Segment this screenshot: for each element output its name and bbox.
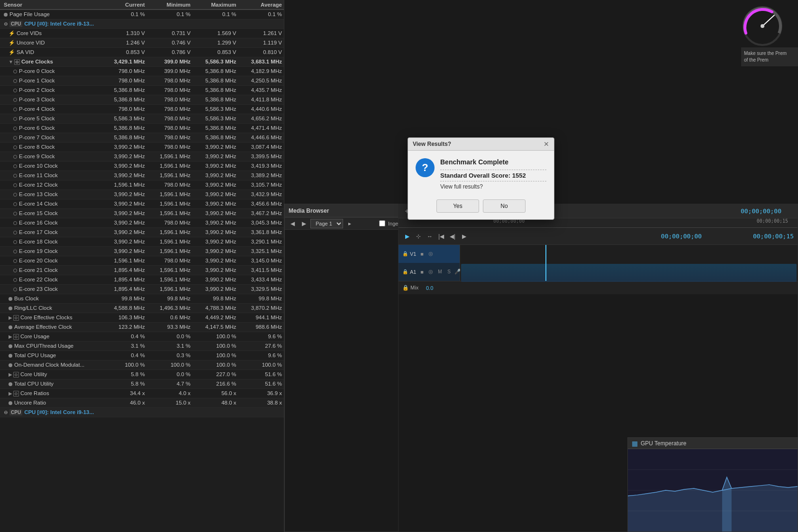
- value-max: 5,586.3 MHz: [192, 104, 238, 114]
- tl-play-btn[interactable]: ▶: [459, 232, 469, 241]
- a1-mute-btn[interactable]: M: [436, 268, 444, 276]
- modal-content-row: ? Benchmark Complete Standard Overall Sc…: [416, 158, 546, 190]
- value-avg: 3,329.5 MHz: [238, 284, 284, 294]
- value-current: 798.0 MHz: [101, 104, 146, 114]
- value-min: 798.0 MHz: [147, 218, 192, 227]
- value-current: 3,990.2 MHz: [101, 199, 146, 208]
- modal-close-btn[interactable]: ✕: [544, 141, 549, 147]
- value-min: 1,596.1 MHz: [147, 265, 192, 275]
- tl-slip-btn[interactable]: ↔: [425, 232, 435, 241]
- value-min: 93.3 MHz: [147, 322, 192, 332]
- media-browser-header: Media Browser ≡ »: [285, 204, 417, 217]
- timecode-left: 00;00;00;00: [741, 207, 781, 215]
- value-min: 1,596.1 MHz: [147, 171, 192, 180]
- table-row: Max CPU/Thread Usage3.1 %3.1 %100.0 %27.…: [0, 341, 284, 351]
- value-max: 3,990.2 MHz: [192, 275, 238, 284]
- forward-btn[interactable]: ▶: [299, 219, 308, 228]
- lock-icon-a1[interactable]: 🔒: [402, 269, 408, 274]
- modal-yes-btn[interactable]: Yes: [436, 199, 479, 213]
- modal-no-btn[interactable]: No: [483, 199, 526, 213]
- v1-visibility-btn[interactable]: ■: [418, 250, 426, 258]
- value-current: 3.1 %: [101, 341, 146, 351]
- value-max: 3,990.2 MHz: [192, 218, 238, 227]
- mix-row: 🔒 Mix 0.0: [399, 281, 798, 294]
- gpu-panel-title: GPU Temperature: [641, 440, 687, 447]
- v1-sync-btn[interactable]: ◎: [427, 250, 435, 258]
- value-min: 798.0 MHz: [147, 95, 192, 104]
- sensor-label: E-core 14 Clock: [0, 199, 101, 208]
- value-min: 15.0 x: [147, 398, 192, 407]
- value-avg: 3,290.1 MHz: [238, 237, 284, 246]
- a1-sync-btn[interactable]: ◎: [427, 268, 435, 276]
- value-min: 798.0 MHz: [147, 256, 192, 265]
- value-avg: 27.6 %: [238, 341, 284, 351]
- value-min: 1,596.1 MHz: [147, 237, 192, 246]
- value-max: 4,788.3 MHz: [192, 303, 238, 313]
- sensor-label: P-core 6 Clock: [0, 123, 101, 133]
- track-v1-label: 🔒 V1 ■ ◎: [399, 245, 460, 263]
- sensor-label: E-core 23 Clock: [0, 284, 101, 294]
- value-current: 3,990.2 MHz: [101, 246, 146, 256]
- table-row: E-core 20 Clock1,596.1 MHz798.0 MHz3,990…: [0, 256, 284, 265]
- table-row: P-core 4 Clock798.0 MHz798.0 MHz5,586.3 …: [0, 104, 284, 114]
- table-row: ▶⊖Core Utility5.8 %0.0 %227.0 %51.6 %: [0, 370, 284, 379]
- value-min: 0.786 V: [147, 47, 192, 57]
- sensor-label: E-core 11 Clock: [0, 171, 101, 180]
- value-max: 3,990.2 MHz: [192, 237, 238, 246]
- sensor-label: P-core 4 Clock: [0, 104, 101, 114]
- value-avg: 4,656.2 MHz: [238, 114, 284, 123]
- sensor-label: On-Demand Clock Modulat...: [0, 360, 101, 370]
- a1-solo-btn[interactable]: S: [445, 268, 453, 276]
- value-avg: 3,361.8 MHz: [238, 227, 284, 237]
- sensor-label: Total CPU Utility: [0, 379, 101, 388]
- sensor-label: ⚡Uncore VID: [0, 38, 101, 47]
- track-v1: 🔒 V1 ■ ◎: [399, 245, 798, 263]
- modal-title: View Results?: [413, 141, 451, 147]
- tl-ripple-btn[interactable]: ⊹: [414, 232, 423, 241]
- sensor-label: E-core 16 Clock: [0, 218, 101, 227]
- sensor-label: E-core 10 Clock: [0, 161, 101, 171]
- table-row: E-core 21 Clock1,895.4 MHz1,596.1 MHz3,9…: [0, 265, 284, 275]
- sensor-label: Bus Clock: [0, 294, 101, 303]
- mix-value: 0.0: [426, 285, 433, 291]
- a1-visibility-btn[interactable]: ■: [418, 268, 426, 276]
- chevron-btn[interactable]: ▸: [345, 219, 354, 228]
- tl-back-btn[interactable]: ◀|: [448, 232, 457, 241]
- track-v1-icons: ■ ◎: [418, 250, 435, 258]
- ingest-checkbox[interactable]: [379, 220, 385, 226]
- value-avg: 3,870.2 MHz: [238, 303, 284, 313]
- value-empty: [238, 19, 284, 28]
- tl-select-btn[interactable]: ▶: [402, 232, 412, 241]
- sensor-label: E-core 15 Clock: [0, 208, 101, 218]
- modal-question-icon: ?: [416, 158, 435, 177]
- col-minimum: Minimum: [147, 0, 192, 9]
- value-avg: 3,325.1 MHz: [238, 246, 284, 256]
- value-avg: 9.6 %: [238, 351, 284, 360]
- page-selector[interactable]: Page 1: [310, 219, 343, 228]
- value-avg: 100.0 %: [238, 360, 284, 370]
- value-max: 227.0 %: [192, 370, 238, 379]
- value-current: 0.1 %: [101, 9, 146, 19]
- lock-icon-v1[interactable]: 🔒: [402, 251, 408, 256]
- benchmark-modal[interactable]: View Results? ✕ ? Benchmark Complete Sta…: [408, 137, 554, 220]
- value-max: 100.0 %: [192, 332, 238, 341]
- table-row: E-core 9 Clock3,990.2 MHz1,596.1 MHz3,99…: [0, 152, 284, 161]
- table-row: E-core 22 Clock1,895.4 MHz1,596.1 MHz3,9…: [0, 275, 284, 284]
- back-btn[interactable]: ◀: [288, 219, 297, 228]
- modal-text-area: Benchmark Complete Standard Overall Scor…: [440, 158, 546, 190]
- playhead-line: [545, 245, 546, 263]
- table-row: E-core 23 Clock1,895.4 MHz1,596.1 MHz3,9…: [0, 284, 284, 294]
- value-avg: 36.9 x: [238, 388, 284, 398]
- value-avg: 4,182.9 MHz: [238, 66, 284, 76]
- modal-view-results: View full results?: [440, 183, 546, 190]
- table-row: E-core 13 Clock3,990.2 MHz1,596.1 MHz3,9…: [0, 189, 284, 199]
- value-min: 0.6 MHz: [147, 313, 192, 322]
- value-current: 4,588.8 MHz: [101, 303, 146, 313]
- value-min: 798.0 MHz: [147, 104, 192, 114]
- value-avg: 4,440.6 MHz: [238, 104, 284, 114]
- value-min: 1,596.1 MHz: [147, 189, 192, 199]
- tl-in-btn[interactable]: |◀: [436, 232, 446, 241]
- value-avg: 3,389.2 MHz: [238, 171, 284, 180]
- value-max: 3,990.2 MHz: [192, 152, 238, 161]
- table-row: E-core 12 Clock1,596.1 MHz798.0 MHz3,990…: [0, 180, 284, 189]
